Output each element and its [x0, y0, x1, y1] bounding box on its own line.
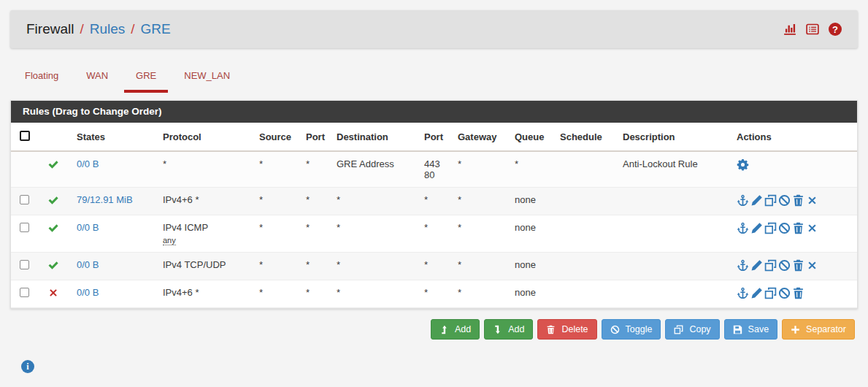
- protocol-value: IPv4+6 *: [163, 194, 199, 205]
- col-protocol: Protocol: [155, 123, 252, 151]
- delete-trash-icon[interactable]: [792, 259, 804, 272]
- row-checkbox[interactable]: [20, 195, 29, 204]
- pass-check-icon: [47, 222, 59, 234]
- close-icon[interactable]: [806, 222, 818, 234]
- disable-ban-icon[interactable]: [778, 259, 791, 272]
- tab-new-lan[interactable]: NEW_LAN: [184, 66, 230, 93]
- col-queue: Queue: [507, 123, 553, 151]
- col-source: Source: [252, 123, 299, 151]
- row-checkbox[interactable]: [20, 223, 29, 232]
- trash-icon: [546, 325, 556, 334]
- disable-ban-icon[interactable]: [778, 194, 791, 207]
- breadcrumb-separator: /: [80, 21, 83, 37]
- states-link[interactable]: 79/12.91 MiB: [77, 194, 133, 205]
- destination-value: *: [337, 287, 340, 298]
- protocol-note: any: [163, 236, 176, 245]
- log-list-icon[interactable]: [806, 23, 819, 36]
- dest-port-value: *: [424, 259, 428, 270]
- source-value: *: [259, 194, 263, 205]
- row-checkbox[interactable]: [20, 260, 29, 269]
- gateway-value: *: [458, 194, 461, 205]
- anchor-icon[interactable]: [737, 194, 749, 207]
- breadcrumb-rules-link[interactable]: Rules: [90, 21, 126, 37]
- breadcrumb-interface-link[interactable]: GRE: [141, 21, 171, 37]
- protocol-value: IPv4 TCP/UDP: [163, 259, 226, 270]
- anchor-icon[interactable]: [737, 222, 749, 234]
- close-icon[interactable]: [806, 194, 818, 207]
- anchor-icon[interactable]: [737, 287, 749, 299]
- source-port-value: *: [306, 287, 310, 298]
- dest-port-value: 443: [424, 158, 446, 169]
- copy-icon[interactable]: [764, 194, 777, 207]
- gateway-value: *: [458, 259, 461, 270]
- disable-ban-icon[interactable]: [778, 287, 791, 299]
- copy-icon[interactable]: [764, 259, 777, 272]
- anchor-icon[interactable]: [737, 259, 749, 272]
- add-rule-top-button[interactable]: Add: [431, 319, 480, 340]
- header-icon-group: ?: [783, 23, 842, 36]
- queue-value: none: [515, 259, 536, 270]
- delete-trash-icon[interactable]: [792, 194, 804, 207]
- pass-check-icon: [47, 259, 59, 271]
- source-value: *: [259, 259, 263, 270]
- plus-icon: [791, 325, 800, 334]
- ban-icon: [610, 325, 620, 334]
- destination-value: *: [337, 222, 340, 233]
- table-row[interactable]: 79/12.91 MiB IPv4+6 * * * * * * none: [11, 188, 857, 215]
- col-states: States: [69, 123, 155, 151]
- tab-gre[interactable]: GRE: [136, 66, 156, 93]
- source-value: *: [259, 287, 263, 298]
- gateway-value: *: [458, 222, 461, 233]
- states-link[interactable]: 0/0 B: [77, 259, 99, 270]
- edit-pencil-icon[interactable]: [750, 287, 763, 299]
- edit-pencil-icon[interactable]: [750, 194, 763, 207]
- description-value: Anti-Lockout Rule: [623, 158, 698, 169]
- row-checkbox[interactable]: [20, 288, 29, 297]
- copy-button[interactable]: Copy: [665, 319, 719, 340]
- source-port-value: *: [306, 158, 310, 169]
- protocol-value: IPv4+6 *: [163, 287, 199, 298]
- copy-icon: [674, 325, 683, 334]
- source-value: *: [259, 222, 263, 233]
- edit-pencil-icon[interactable]: [750, 222, 763, 234]
- close-icon[interactable]: [806, 259, 818, 272]
- help-icon[interactable]: ?: [829, 23, 842, 36]
- dest-port-value: *: [424, 287, 428, 298]
- block-cross-icon: [47, 287, 59, 299]
- tab-wan[interactable]: WAN: [86, 66, 108, 93]
- source-port-value: *: [306, 259, 310, 270]
- queue-value: *: [515, 158, 518, 169]
- breadcrumb-separator: /: [131, 21, 134, 37]
- select-all-checkbox[interactable]: [20, 131, 30, 141]
- edit-pencil-icon[interactable]: [750, 259, 763, 272]
- table-row[interactable]: 0/0 B * * * GRE Address 443 80 * * Anti-…: [11, 151, 857, 188]
- delete-trash-icon[interactable]: [792, 287, 804, 299]
- level-up-icon: [439, 325, 449, 334]
- states-link[interactable]: 0/0 B: [77, 287, 99, 298]
- tab-floating[interactable]: Floating: [25, 66, 58, 93]
- table-row[interactable]: 0/0 B IPv4 ICMP any * * * * * none: [11, 215, 857, 253]
- delete-trash-icon[interactable]: [792, 222, 804, 234]
- protocol-value: *: [163, 158, 166, 169]
- queue-value: none: [515, 287, 536, 298]
- source-value: *: [259, 158, 263, 169]
- add-rule-bottom-button[interactable]: Add: [484, 319, 533, 340]
- table-row[interactable]: 0/0 B IPv4+6 * * * * * * none: [11, 280, 857, 308]
- toggle-button[interactable]: Toggle: [602, 319, 661, 340]
- bar-chart-icon[interactable]: [783, 23, 796, 36]
- settings-gear-icon[interactable]: [737, 158, 749, 171]
- separator-button[interactable]: Separator: [782, 319, 855, 340]
- copy-icon[interactable]: [764, 222, 777, 234]
- states-link[interactable]: 0/0 B: [77, 222, 99, 233]
- dest-port-value: *: [424, 222, 428, 233]
- info-icon[interactable]: i: [21, 360, 34, 373]
- save-button[interactable]: Save: [724, 319, 778, 340]
- gateway-value: *: [458, 158, 461, 169]
- states-link[interactable]: 0/0 B: [77, 158, 99, 169]
- delete-button[interactable]: Delete: [537, 319, 596, 340]
- breadcrumb: Firewall / Rules / GRE ?: [10, 10, 858, 48]
- table-row[interactable]: 0/0 B IPv4 TCP/UDP * * * * * none: [11, 253, 857, 280]
- copy-icon[interactable]: [764, 287, 777, 299]
- disable-ban-icon[interactable]: [778, 222, 791, 234]
- footer-action-bar: Add Add Delete Toggle Copy Save Separato…: [0, 319, 855, 340]
